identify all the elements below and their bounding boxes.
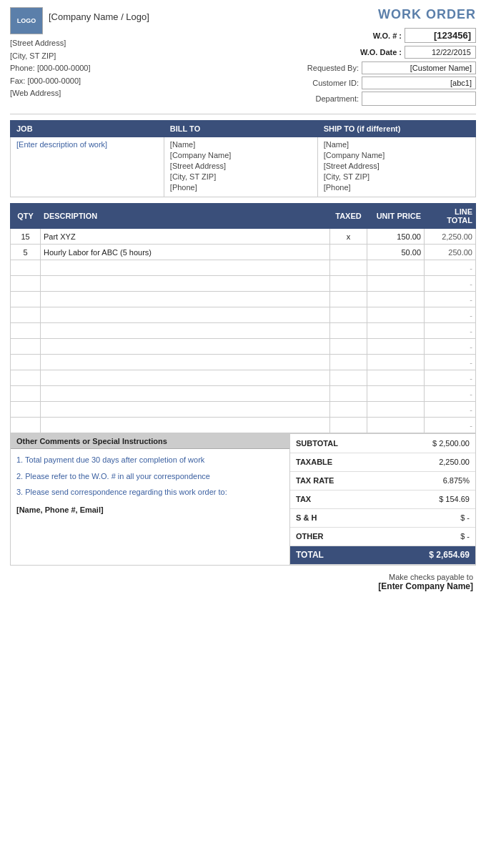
wo-date-value[interactable]: 12/22/2015: [405, 46, 476, 59]
qty-cell[interactable]: 15: [11, 229, 41, 245]
ship-phone: [Phone]: [324, 183, 470, 192]
qty-cell: [11, 339, 41, 355]
phone: Phone: [000-000-0000]: [10, 62, 304, 75]
table-row: -: [11, 260, 476, 276]
taxed-cell: x: [330, 229, 367, 245]
table-row: 5Hourly Labor for ABC (5 hours)50.00250.…: [11, 245, 476, 260]
comments-section: Other Comments or Special Instructions 1…: [10, 433, 290, 566]
subtotal-value: $ 2,500.00: [384, 434, 475, 453]
line-total-cell: -: [425, 323, 476, 339]
totals-section: SUBTOTAL $ 2,500.00 TAXABLE 2,250.00 TAX…: [290, 433, 476, 566]
comment-1: 1. Total payment due 30 days after compl…: [16, 453, 284, 467]
qty-cell: [11, 370, 41, 386]
customer-id-input[interactable]: [abc1]: [362, 77, 476, 89]
bill-name: [Name]: [170, 140, 312, 149]
comment-3: 3. Please send correspondence regarding …: [16, 485, 284, 499]
col-header-unit-price: UNIT PRICE: [367, 204, 425, 229]
bill-street: [Street Address]: [170, 162, 312, 170]
qty-cell: [11, 386, 41, 402]
wo-header-right: WORK ORDER W.O. # : [123456] W.O. Date :…: [304, 7, 476, 108]
table-row: -: [11, 307, 476, 323]
sh-row: S & H $ -: [290, 508, 475, 527]
other-label: OTHER: [290, 527, 384, 546]
line-total-cell: -: [425, 292, 476, 307]
wo-number-row: W.O. # : [123456]: [304, 28, 476, 43]
requested-by-input[interactable]: [Customer Name]: [362, 61, 476, 74]
table-row: -: [11, 292, 476, 307]
ship-company: [Company Name]: [324, 151, 470, 159]
taxed-cell: [330, 292, 367, 307]
desc-cell[interactable]: Hourly Labor for ABC (5 hours): [41, 245, 330, 260]
unit-price-cell: [367, 323, 425, 339]
desc-cell: [41, 260, 330, 276]
header-divider: [10, 114, 476, 114]
other-row: OTHER $ -: [290, 527, 475, 546]
taxed-cell: [330, 402, 367, 418]
unit-price-cell: [367, 355, 425, 370]
taxed-cell: [330, 370, 367, 386]
table-row: -: [11, 370, 476, 386]
qty-cell[interactable]: 5: [11, 245, 41, 260]
department-row: Department:: [304, 92, 476, 106]
line-total-cell: -: [425, 370, 476, 386]
unit-price-cell: [367, 307, 425, 323]
tax-rate-row: TAX RATE 6.875%: [290, 471, 475, 490]
ship-street: [Street Address]: [324, 162, 470, 170]
unit-price-cell[interactable]: 150.00: [367, 229, 425, 245]
ship-to-cell: [Name] [Company Name] [Street Address] […: [317, 137, 475, 197]
bill-city: [City, ST ZIP]: [170, 172, 312, 181]
company-info: LOGO [Company Name / Logo] [Street Addre…: [10, 7, 304, 100]
table-row: -: [11, 355, 476, 370]
city-state-zip: [City, ST ZIP]: [10, 50, 304, 63]
logo-box: LOGO: [10, 7, 43, 34]
contact-fields: Requested By: [Customer Name] Customer I…: [304, 61, 476, 106]
col-header-ship: SHIP TO (if different): [317, 121, 475, 137]
ship-city: [City, ST ZIP]: [324, 172, 470, 181]
fax: Fax: [000-000-0000]: [10, 75, 304, 88]
comment-contact: [Name, Phone #, Email]: [16, 503, 284, 517]
total-label: TOTAL: [290, 546, 384, 564]
taxed-cell: [330, 418, 367, 433]
line-total-cell: -: [425, 402, 476, 418]
bill-phone: [Phone]: [170, 183, 312, 192]
taxed-cell: [330, 245, 367, 260]
make-checks-label: Make checks payable to: [10, 573, 473, 581]
logo-block: LOGO [Company Name / Logo]: [10, 7, 304, 34]
line-total-cell: 2,250.00: [425, 229, 476, 245]
line-items-table: QTY DESCRIPTION TAXED UNIT PRICE LINE TO…: [10, 203, 476, 433]
job-bill-ship-table: JOB BILL TO SHIP TO (if different) [Ente…: [10, 120, 476, 197]
taxed-cell: [330, 386, 367, 402]
desc-cell: [41, 292, 330, 307]
wo-number-value[interactable]: [123456]: [405, 28, 476, 43]
table-row: -: [11, 276, 476, 292]
footer-company-name: [Enter Company Name]: [10, 581, 473, 591]
col-header-desc: DESCRIPTION: [41, 204, 330, 229]
tax-rate-label: TAX RATE: [290, 471, 384, 490]
table-row: 15Part XYZx150.002,250.00: [11, 229, 476, 245]
desc-cell: [41, 339, 330, 355]
unit-price-cell[interactable]: 50.00: [367, 245, 425, 260]
comments-header: Other Comments or Special Instructions: [11, 434, 289, 449]
tax-label: TAX: [290, 490, 384, 508]
table-row: -: [11, 418, 476, 433]
bill-company: [Company Name]: [170, 151, 312, 159]
subtotal-row: SUBTOTAL $ 2,500.00: [290, 434, 475, 453]
tax-row: TAX $ 154.69: [290, 490, 475, 508]
unit-price-cell: [367, 370, 425, 386]
department-input[interactable]: [362, 92, 476, 106]
line-total-cell: -: [425, 260, 476, 276]
job-description-cell[interactable]: [Enter description of work]: [11, 137, 164, 197]
footer-section: Make checks payable to [Enter Company Na…: [10, 573, 476, 591]
company-address-lines: [Street Address] [City, ST ZIP] Phone: […: [10, 37, 304, 100]
taxed-cell: [330, 355, 367, 370]
desc-cell: [41, 402, 330, 418]
line-total-cell: -: [425, 307, 476, 323]
qty-cell: [11, 307, 41, 323]
taxed-cell: [330, 276, 367, 292]
desc-cell[interactable]: Part XYZ: [41, 229, 330, 245]
customer-id-row: Customer ID: [abc1]: [304, 77, 476, 89]
qty-cell: [11, 276, 41, 292]
qty-cell: [11, 402, 41, 418]
comments-body: 1. Total payment due 30 days after compl…: [11, 449, 289, 521]
taxed-cell: [330, 307, 367, 323]
